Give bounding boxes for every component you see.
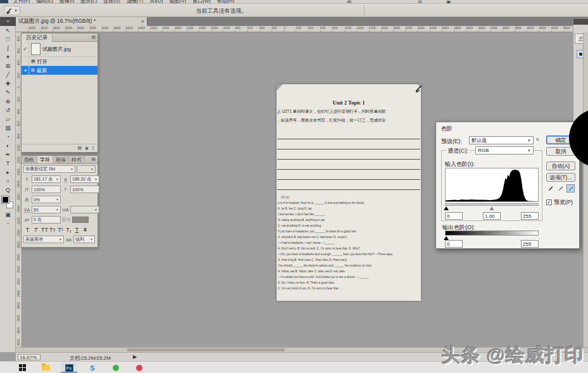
tool-preset-picker[interactable]: ▼: [4, 6, 20, 15]
foreground-color-swatch[interactable]: [2, 196, 9, 203]
history-panel-tab[interactable]: 历史记录: [22, 34, 53, 42]
vertical-scale-input[interactable]: 100%: [32, 186, 61, 193]
language-select[interactable]: 美国英语▼: [23, 236, 64, 243]
black-point-eyedropper-icon[interactable]: [546, 184, 554, 193]
rectangular-marquee-tool[interactable]: □: [0, 35, 16, 44]
tracking-select[interactable]: 50▼: [32, 206, 61, 213]
preset-select[interactable]: 默认值▼: [469, 136, 534, 144]
leading-select[interactable]: 186.32 点▼: [70, 175, 99, 183]
quick-mask-icon[interactable]: ▣: [0, 210, 16, 219]
format-button-3[interactable]: Tᴛ: [49, 227, 55, 233]
preset-options-icon[interactable]: ≡: [536, 137, 539, 142]
panel-menu-icon[interactable]: ▤: [91, 157, 96, 162]
history-step-label: 裁剪: [37, 67, 47, 74]
brush-tool[interactable]: ✎: [0, 88, 16, 97]
channel-select[interactable]: RGB▼: [475, 146, 534, 155]
vertical-scrollbar[interactable]: [583, 32, 588, 347]
zoom-level-input[interactable]: 16.67%: [18, 354, 41, 360]
input-black-slider[interactable]: [444, 206, 449, 210]
format-button-7[interactable]: Ŧ: [82, 227, 88, 233]
history-snapshot-row[interactable]: ✐ 试题图片.jpg: [22, 42, 97, 57]
crop-tool[interactable]: ⊞: [0, 61, 16, 70]
history-step[interactable]: ▤打开: [22, 57, 97, 66]
input-white-value[interactable]: 255: [521, 212, 539, 220]
document-image[interactable]: Unit 2 Topic 1 上 U2T1 单词和课文，在钉钉上进行背诵打卡，同…: [277, 84, 421, 301]
format-button-0[interactable]: T: [25, 227, 30, 233]
format-button-5[interactable]: T₁: [66, 227, 72, 233]
history-brush-source-icon[interactable]: ✐: [22, 42, 29, 57]
type-tool[interactable]: T: [0, 159, 16, 168]
format-button-4[interactable]: T¹: [58, 227, 63, 233]
document-tab[interactable]: 试题图片.jpg @ 16.7%(RGB/8) * ×: [16, 17, 147, 26]
zoom-tool[interactable]: Q: [0, 186, 16, 194]
gradient-tool[interactable]: ▨: [0, 123, 16, 132]
anti-alias-select[interactable]: 锐利▼: [73, 236, 95, 243]
eyedropper-tool[interactable]: ╱: [0, 70, 16, 79]
new-snapshot-icon[interactable]: ◉: [85, 146, 89, 151]
tab-字符[interactable]: 字符: [37, 156, 53, 164]
file-explorer-icon[interactable]: [37, 362, 54, 373]
dodge-tool[interactable]: ◐: [0, 141, 16, 150]
horizontal-scrollbar-thumb[interactable]: [127, 348, 285, 351]
history-brush-tool[interactable]: ↺: [0, 106, 16, 115]
history-step[interactable]: ◂⊞裁剪: [22, 66, 97, 75]
font-family-select[interactable]: 华康新综艺 Std▼: [23, 165, 75, 173]
green-app-icon[interactable]: [108, 362, 124, 373]
white-point-eyedropper-icon[interactable]: [566, 184, 575, 193]
h-ruler-label: 4200: [28, 26, 35, 30]
delete-state-icon[interactable]: ▯: [92, 146, 94, 151]
panel-menu-icon[interactable]: ▤: [91, 35, 96, 40]
input-slider-track[interactable]: [445, 203, 539, 206]
pen-tool[interactable]: ✒: [0, 150, 16, 159]
shape-tool[interactable]: ○: [0, 177, 16, 186]
preview-checkbox[interactable]: ✓: [546, 199, 552, 205]
output-white-value[interactable]: 255: [521, 240, 539, 248]
tab-段落[interactable]: 段落: [53, 156, 69, 164]
proportional-spacing-select[interactable]: 0%▼: [32, 196, 61, 203]
kerning-select[interactable]: ▼: [70, 206, 99, 213]
baseline-shift-input[interactable]: 0 点: [32, 216, 61, 224]
font-style-select[interactable]: -▼: [77, 165, 96, 173]
lasso-tool[interactable]: ʃ: [0, 44, 16, 53]
input-white-slider[interactable]: [534, 206, 539, 210]
format-button-6[interactable]: T: [74, 227, 80, 233]
output-gradient-bar[interactable]: [445, 231, 539, 236]
font-size-select[interactable]: 181.17 点▼: [32, 175, 61, 183]
options-button[interactable]: 选项(T)...: [546, 173, 575, 182]
blur-tool[interactable]: ◔: [0, 132, 16, 141]
screen-mode-toggle-icon[interactable]: ▫: [0, 219, 16, 228]
tab-颜色[interactable]: 颜色: [22, 156, 37, 164]
status-options-arrow-icon[interactable]: ▶: [133, 354, 137, 360]
output-black-value[interactable]: 0: [445, 240, 463, 248]
move-tool[interactable]: ↖: [0, 26, 16, 35]
input-gamma-value[interactable]: 1.00: [483, 212, 501, 220]
path-selection-tool[interactable]: ▸: [0, 168, 16, 177]
close-icon[interactable]: ×: [141, 18, 144, 25]
start-button[interactable]: [14, 362, 30, 373]
history-source-cell[interactable]: ◂: [22, 66, 29, 75]
eraser-tool[interactable]: ▱: [0, 115, 16, 123]
gray-point-eyedropper-icon[interactable]: [556, 184, 565, 193]
format-button-1[interactable]: T: [33, 227, 39, 233]
healing-brush-tool[interactable]: ✚: [0, 79, 16, 88]
clone-stamp-tool[interactable]: ⊕: [0, 97, 16, 106]
red-app-icon[interactable]: [131, 362, 147, 373]
photoshop-icon[interactable]: Ps: [61, 362, 77, 373]
blue-s-app-icon[interactable]: S: [84, 362, 101, 373]
format-button-2[interactable]: TT: [41, 227, 47, 233]
input-black-value[interactable]: 0: [445, 212, 463, 220]
new-doc-from-state-icon[interactable]: ▤: [77, 146, 82, 151]
format-buttons: TTTTTᴛT¹T₁TŦ: [22, 225, 97, 234]
quick-selection-tool[interactable]: ✦: [0, 53, 16, 61]
horizontal-ruler[interactable]: 4200400038003600340032003000280026002400…: [16, 26, 588, 32]
history-source-cell[interactable]: [22, 57, 29, 66]
paper-ruled-line: [277, 149, 420, 160]
auto-button[interactable]: 自动(A): [546, 161, 575, 170]
input-gamma-slider[interactable]: [489, 206, 494, 210]
v-ruler-label: 2000: [16, 206, 20, 212]
horizontal-scale-input[interactable]: 100%: [70, 186, 99, 193]
paper-ruled-line: [277, 160, 420, 170]
tab-样式[interactable]: 样式: [69, 156, 85, 164]
text-color-swatch[interactable]: [72, 217, 89, 223]
toolbar-collapse-button[interactable]: «: [0, 17, 16, 26]
